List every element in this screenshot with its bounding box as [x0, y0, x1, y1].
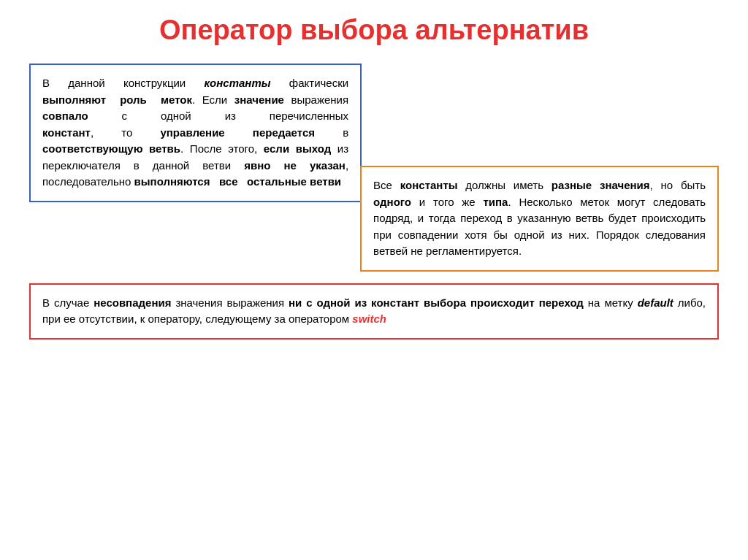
box-red: В случае несовпадения значения выражения… — [29, 283, 719, 340]
box-orange: Все константы должны иметь разные значен… — [360, 166, 719, 272]
content-wrapper: В данной конструкции константы фактическ… — [29, 64, 719, 340]
box-blue: В данной конструкции константы фактическ… — [29, 64, 362, 202]
box1-text: В данной конструкции константы фактическ… — [42, 77, 348, 188]
page-title: Оператор выбора альтернатив — [29, 15, 719, 46]
box2-text: Все константы должны иметь разные значен… — [373, 179, 706, 257]
box3-text: В случае несовпадения значения выражения… — [42, 296, 706, 326]
